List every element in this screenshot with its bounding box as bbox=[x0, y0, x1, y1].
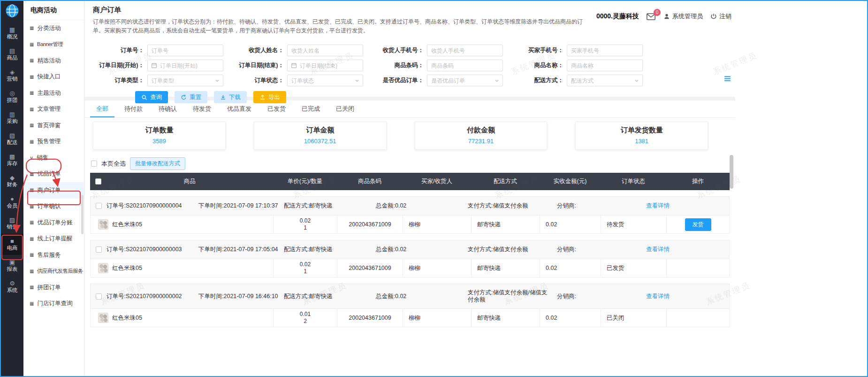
sidebar-item[interactable]: ▦优品订单分账 bbox=[23, 215, 84, 231]
order-checkbox[interactable] bbox=[96, 293, 102, 300]
product-cell: 红色米珠05 bbox=[91, 309, 274, 327]
sidebar-item[interactable]: ▦供应商代发售后服务 bbox=[23, 263, 84, 280]
order-checkbox-cell bbox=[91, 203, 107, 209]
stat-value[interactable]: 1381 bbox=[576, 138, 708, 145]
rail-item-purchase[interactable]: ▥采购 bbox=[1, 107, 23, 128]
chevron-down-icon bbox=[634, 78, 640, 84]
filter-label: 订单状态： bbox=[233, 77, 287, 85]
rail-item-sales[interactable]: ▨销售 bbox=[1, 213, 23, 234]
sidebar-item[interactable]: ▦拼团订单 bbox=[23, 279, 84, 296]
order-status-tab-4[interactable]: 优品直发 bbox=[219, 100, 259, 117]
stat-value[interactable]: 1060372.51 bbox=[254, 138, 386, 145]
logout-button[interactable]: 注销 bbox=[710, 12, 731, 21]
rail-item-overview[interactable]: ▦概况 bbox=[1, 23, 23, 44]
table-toolbar: 本页全选 批量修改配送方式 bbox=[84, 154, 735, 173]
order-status-tab-3[interactable]: 待发货 bbox=[185, 100, 219, 117]
rail-item-delivery[interactable]: ▧配送 bbox=[1, 128, 23, 149]
sidebar-scrollbar[interactable] bbox=[81, 195, 84, 234]
order-status-tab-0[interactable]: 全部 bbox=[88, 100, 116, 117]
rail-item-label: 配送 bbox=[7, 140, 18, 146]
sidebar-item[interactable]: ▦优品订单 bbox=[23, 166, 84, 183]
is-premium-select[interactable] bbox=[427, 75, 503, 86]
product-row: 红色米珠050.0122002043671009柳柳邮寄快递0.02已关闭 bbox=[91, 309, 729, 327]
export-icon bbox=[259, 94, 266, 100]
product-name: 红色米珠05 bbox=[112, 221, 142, 229]
sidebar-item[interactable]: ▦文章管理 bbox=[23, 101, 84, 118]
order-status-tab-1[interactable]: 待付款 bbox=[116, 100, 151, 117]
stat-value[interactable]: 77231.91 bbox=[415, 138, 547, 145]
order-status-select[interactable] bbox=[288, 75, 363, 86]
vertical-scrollbar[interactable] bbox=[730, 155, 733, 189]
app-logo[interactable] bbox=[1, 1, 23, 23]
order-type-select[interactable] bbox=[148, 75, 223, 86]
sidebar-item[interactable]: ▦门店订单查询 bbox=[23, 296, 84, 312]
receiver-name-input[interactable] bbox=[288, 45, 363, 56]
amount-cell: 0.02 bbox=[540, 259, 601, 277]
order-no-input[interactable] bbox=[148, 45, 223, 56]
logout-label: 注销 bbox=[719, 12, 731, 21]
order-status-tab-7[interactable]: 已关闭 bbox=[328, 100, 362, 117]
rail-item-ecommerce[interactable]: ■电商 bbox=[1, 234, 23, 255]
sidebar-item[interactable]: ▦快捷入口 bbox=[23, 69, 84, 85]
column-header: 单价(元)/数量 bbox=[273, 177, 337, 185]
sidebar-item[interactable]: ▦商户订单 bbox=[23, 182, 84, 199]
sidebar-item-label: 预售管理 bbox=[37, 138, 61, 146]
order-status-tab-5[interactable]: 已发货 bbox=[259, 100, 294, 117]
rail-item-report[interactable]: ▣报表 bbox=[1, 255, 23, 276]
order-checkbox[interactable] bbox=[96, 246, 102, 253]
order-status-tab-2[interactable]: 待确认 bbox=[151, 100, 185, 117]
button-label: 查询 bbox=[150, 93, 162, 101]
sidebar-item[interactable]: ▦精选活动 bbox=[23, 53, 84, 69]
product-name-input[interactable] bbox=[567, 60, 642, 71]
ship-button[interactable]: 发货 bbox=[685, 218, 711, 231]
view-details-link[interactable]: 查看详情 bbox=[646, 292, 729, 300]
date-end-input[interactable] bbox=[288, 60, 363, 71]
stat-title: 付款金额 bbox=[415, 126, 547, 134]
rail-item-inventory[interactable]: ▩库存 bbox=[1, 149, 23, 170]
current-user[interactable]: 系统管理员 bbox=[663, 12, 703, 21]
view-details-link[interactable]: 查看详情 bbox=[646, 246, 729, 254]
receiver-phone-input[interactable] bbox=[427, 45, 503, 56]
view-details-link[interactable]: 查看详情 bbox=[646, 202, 729, 210]
sidebar-item[interactable]: ▦首页弹窗 bbox=[23, 117, 84, 134]
product-row: 红色米珠050.0212002043671009柳柳邮寄快递0.02待发货发货 bbox=[91, 215, 729, 233]
sidebar-item[interactable]: ▦主题活动 bbox=[23, 85, 84, 101]
date-start-input[interactable] bbox=[148, 60, 223, 71]
sidebar-item[interactable]: ▦Banner管理 bbox=[23, 37, 84, 53]
order-status-tab-6[interactable]: 已完成 bbox=[294, 100, 328, 117]
delivery-cell: 邮寄快递 bbox=[472, 215, 540, 233]
status-cell: 已关闭 bbox=[601, 309, 667, 327]
sidebar-item[interactable]: ▦预售管理 bbox=[23, 134, 84, 150]
rail-item-finance[interactable]: ◆财务 bbox=[1, 170, 23, 192]
power-icon bbox=[710, 13, 717, 20]
order-checkbox[interactable] bbox=[96, 203, 102, 209]
rail-item-label: 会员 bbox=[7, 203, 18, 209]
sidebar-item[interactable]: ▦售后服务 bbox=[23, 247, 84, 263]
batch-delivery-button[interactable]: 批量修改配送方式 bbox=[130, 157, 185, 170]
sales-icon: ▨ bbox=[9, 217, 15, 223]
header-checkbox[interactable] bbox=[95, 178, 101, 185]
barcode-input[interactable] bbox=[427, 60, 503, 71]
stat-card: 订单金额1060372.51 bbox=[254, 122, 387, 150]
rail-item-member[interactable]: ●会员 bbox=[1, 192, 23, 213]
sidebar-item-label: 文章管理 bbox=[37, 105, 61, 113]
messages-button[interactable]: 0 bbox=[647, 13, 656, 20]
refresh-icon bbox=[181, 94, 187, 100]
status-cell: 待发货 bbox=[601, 215, 667, 233]
rail-item-groupbuy[interactable]: ◎拼团 bbox=[1, 86, 23, 107]
rail-item-goods[interactable]: ▤商品 bbox=[1, 44, 23, 65]
sidebar-item[interactable]: ▦线上订单提醒 bbox=[23, 231, 84, 247]
rail-item-system[interactable]: ⚙系统 bbox=[1, 276, 23, 297]
sidebar-item[interactable]: ∨销售 bbox=[23, 150, 84, 166]
filter-collapse-icon[interactable] bbox=[723, 75, 731, 83]
delivery-method-select[interactable] bbox=[567, 75, 642, 86]
rail-item-marketing[interactable]: ◈营销 bbox=[1, 65, 23, 86]
company-name: 0000.灵藤科技 bbox=[596, 12, 639, 21]
buyer-phone-input[interactable] bbox=[567, 45, 642, 56]
sidebar-item[interactable]: ▦分类活动 bbox=[23, 20, 84, 37]
sidebar-title: 电商活动 bbox=[23, 1, 84, 20]
grid-icon: ▦ bbox=[30, 253, 34, 257]
select-all-checkbox[interactable] bbox=[91, 161, 97, 167]
sidebar-item[interactable]: ▦订单确认 bbox=[23, 199, 84, 215]
stat-value[interactable]: 3589 bbox=[93, 138, 225, 145]
